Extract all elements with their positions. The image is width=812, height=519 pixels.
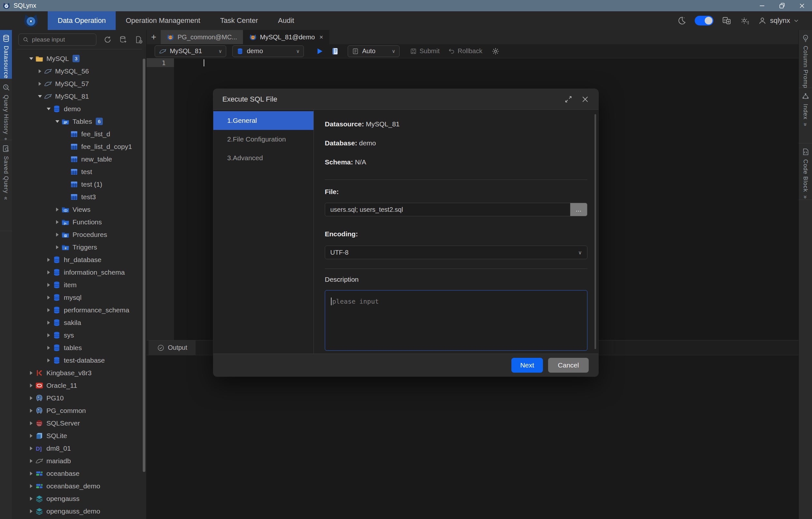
caret-closed-icon[interactable] (28, 429, 34, 442)
next-button[interactable]: Next (511, 358, 543, 373)
left-tab-datasource[interactable]: Datasource» (0, 30, 12, 79)
caret-closed-icon[interactable] (46, 329, 52, 342)
settings-gear-icon[interactable] (740, 16, 750, 25)
caret-closed-icon[interactable] (46, 278, 52, 291)
tree-item[interactable]: hr_database (12, 253, 142, 266)
tree-item[interactable]: Triggers (12, 241, 142, 253)
tree-item[interactable]: Procedures (12, 228, 142, 241)
new-tab-button[interactable]: + (147, 30, 161, 44)
description-textarea[interactable]: please input (325, 290, 587, 351)
tree-item[interactable]: mariadb (12, 455, 142, 467)
caret-open-icon[interactable] (37, 90, 43, 103)
tree-item[interactable]: MySQL_56 (12, 65, 142, 77)
close-tab-icon[interactable]: × (319, 33, 323, 41)
browse-files-button[interactable]: ... (570, 203, 587, 216)
database-select[interactable]: demo ∨ (232, 46, 304, 57)
caret-closed-icon[interactable] (28, 492, 34, 505)
add-datasource-icon[interactable] (119, 35, 127, 44)
search-input[interactable]: please input (18, 33, 96, 46)
tree-item[interactable]: new_table (12, 153, 142, 165)
submit-button[interactable]: Submit (410, 47, 439, 55)
tree-item[interactable]: PG_common (12, 404, 142, 417)
nav-item-data-operation[interactable]: Data Operation (48, 11, 116, 30)
tree-item[interactable]: oceanbase (12, 467, 142, 480)
tree-item[interactable]: demo (12, 103, 142, 115)
encoding-select[interactable]: UTF-8 ∨ (325, 246, 587, 259)
tree-item[interactable]: test-database (12, 354, 142, 366)
caret-closed-icon[interactable] (46, 342, 52, 354)
output-tab[interactable]: Output (149, 340, 196, 355)
nav-item-task-center[interactable]: Task Center (210, 11, 268, 30)
run-icon[interactable] (315, 47, 324, 55)
caret-closed-icon[interactable] (46, 253, 52, 266)
tree-item[interactable]: test (1) (12, 178, 142, 191)
caret-closed-icon[interactable] (54, 203, 61, 216)
tree-item[interactable]: sakila (12, 316, 142, 329)
tree-item[interactable]: test (12, 165, 142, 178)
editor-tab[interactable]: MySQL_81@demo× (243, 30, 329, 44)
tree-item[interactable]: Oracle_11 (12, 379, 142, 392)
tree-item[interactable]: fxFunctions (12, 216, 142, 228)
commit-mode-select[interactable]: Auto ∨ (348, 46, 400, 57)
right-tab-index[interactable]: Index» (799, 88, 812, 143)
caret-closed-icon[interactable] (54, 241, 61, 253)
tree-item[interactable]: test3 (12, 191, 142, 203)
caret-closed-icon[interactable] (54, 228, 61, 241)
refresh-icon[interactable] (104, 35, 112, 44)
tree-item[interactable]: opengauss (12, 492, 142, 505)
caret-closed-icon[interactable] (28, 467, 34, 480)
left-tab-query-history[interactable]: Query History« (0, 79, 12, 140)
maximize-button[interactable] (772, 0, 792, 11)
tree-item[interactable]: sys (12, 329, 142, 342)
caret-closed-icon[interactable] (28, 442, 34, 455)
tree-item[interactable]: D]dm8_01 (12, 442, 142, 455)
caret-closed-icon[interactable] (28, 404, 34, 417)
expand-dialog-icon[interactable] (564, 95, 573, 104)
right-tab-code-block[interactable]: Code Block» (799, 143, 812, 200)
caret-closed-icon[interactable] (46, 304, 52, 316)
caret-open-icon[interactable] (46, 103, 52, 115)
wizard-step-1-general[interactable]: 1.General (213, 111, 314, 130)
tree-item[interactable]: MySQL_57 (12, 77, 142, 90)
caret-closed-icon[interactable] (28, 505, 34, 517)
tree-item[interactable]: opengauss_demo (12, 505, 142, 517)
theme-toggle[interactable] (695, 16, 714, 25)
caret-closed-icon[interactable] (28, 417, 34, 429)
rollback-button[interactable]: Rollback (448, 47, 482, 55)
tree-item[interactable]: performance_schema (12, 304, 142, 316)
caret-closed-icon[interactable] (46, 316, 52, 329)
tree-item[interactable]: Tables6 (12, 115, 142, 128)
caret-closed-icon[interactable] (28, 455, 34, 467)
tree-item[interactable]: oceanbase_demo (12, 480, 142, 492)
caret-closed-icon[interactable] (46, 354, 52, 366)
tree-item[interactable]: tables (12, 342, 142, 354)
settings-gear-icon[interactable] (491, 47, 500, 55)
tree-item[interactable]: Views (12, 203, 142, 216)
right-tab-column-prompt[interactable]: Column Prompt» (799, 30, 812, 88)
new-file-icon[interactable] (134, 35, 143, 44)
caret-closed-icon[interactable] (37, 65, 43, 77)
tree-item[interactable]: mysql (12, 291, 142, 304)
wizard-step-3-advanced[interactable]: 3.Advanced (213, 148, 314, 167)
script-icon[interactable] (331, 47, 339, 55)
caret-open-icon[interactable] (28, 52, 34, 65)
caret-open-icon[interactable] (54, 115, 61, 128)
tree-item[interactable]: MySQL_81 (12, 90, 142, 103)
tree-item[interactable]: MySQL3 (12, 52, 142, 65)
caret-closed-icon[interactable] (28, 379, 34, 392)
wizard-step-2-file-configuration[interactable]: 2.File Configuration (213, 130, 314, 148)
language-icon[interactable]: En (722, 16, 731, 25)
caret-closed-icon[interactable] (28, 480, 34, 492)
caret-closed-icon[interactable] (46, 266, 52, 278)
minimize-button[interactable] (752, 0, 772, 11)
dialog-scrollbar[interactable] (594, 114, 596, 349)
nav-item-operation-management[interactable]: Operation Management (116, 11, 210, 30)
tree-item[interactable]: SQLServer (12, 417, 142, 429)
tree-item[interactable]: fee_list_d_copy1 (12, 140, 142, 153)
datasource-select[interactable]: MySQL_81 ∨ (155, 46, 226, 57)
editor-tab[interactable]: PG_common@MC... (161, 30, 243, 44)
user-menu[interactable]: sqlynx (758, 16, 799, 25)
tree-item[interactable]: PG10 (12, 392, 142, 404)
caret-closed-icon[interactable] (54, 216, 61, 228)
file-input[interactable]: users.sql; users_test2.sql ... (325, 203, 587, 216)
